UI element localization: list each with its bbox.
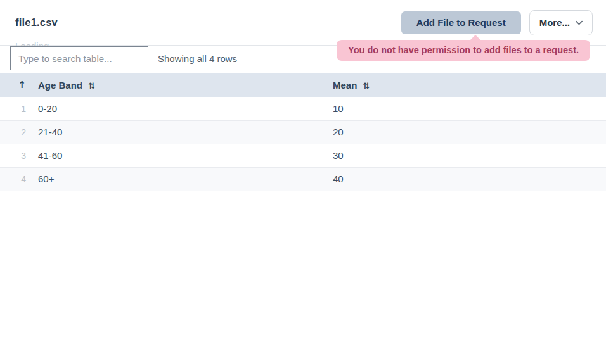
tooltip-arrow-icon [470,35,480,40]
row-index: 2 [0,120,30,144]
cell-age-band: 60+ [30,167,325,191]
more-button-label: More... [539,17,570,28]
column-header-age-band[interactable]: Age Band⇅ [30,73,325,97]
tooltip-text: You do not have permission to add files … [348,45,579,55]
add-file-to-request-button[interactable]: Add File to Request [401,11,521,34]
cell-mean: 10 [325,97,606,120]
more-button[interactable]: More... [529,10,593,35]
table-header-row: ↑ Age Band⇅ Mean⇅ [0,73,606,97]
table-row: 3 41-60 30 [0,144,606,167]
chevron-down-icon [576,20,583,25]
cell-mean: 40 [325,167,606,191]
data-table: ↑ Age Band⇅ Mean⇅ 1 0-20 10 2 21-40 20 [0,73,606,191]
sort-toggle-icon: ⇅ [88,81,95,91]
column-header-mean[interactable]: Mean⇅ [325,73,606,97]
cell-age-band: 21-40 [30,120,325,144]
row-index: 3 [0,144,30,167]
index-column-header[interactable]: ↑ [0,73,30,97]
csv-file-viewer: file1.csv Add File to Request More... Yo… [0,0,606,191]
cell-mean: 30 [325,144,606,167]
cell-age-band: 41-60 [30,144,325,167]
table-row: 1 0-20 10 [0,97,606,120]
topbar: file1.csv Add File to Request More... [0,0,606,46]
sort-ascending-icon: ↑ [18,79,26,91]
permission-denied-tooltip: You do not have permission to add files … [337,40,590,61]
topbar-actions: Add File to Request More... [401,10,593,35]
row-index: 4 [0,167,30,191]
column-header-label: Mean [333,80,357,91]
sort-toggle-icon: ⇅ [363,81,370,91]
column-header-label: Age Band [38,80,82,91]
table-row: 2 21-40 20 [0,120,606,144]
file-title: file1.csv [15,16,58,28]
cell-age-band: 0-20 [30,97,325,120]
row-index: 1 [0,97,30,120]
row-count-text: Showing all 4 rows [158,53,237,64]
table-row: 4 60+ 40 [0,167,606,191]
search-input[interactable] [10,46,148,70]
cell-mean: 20 [325,120,606,144]
